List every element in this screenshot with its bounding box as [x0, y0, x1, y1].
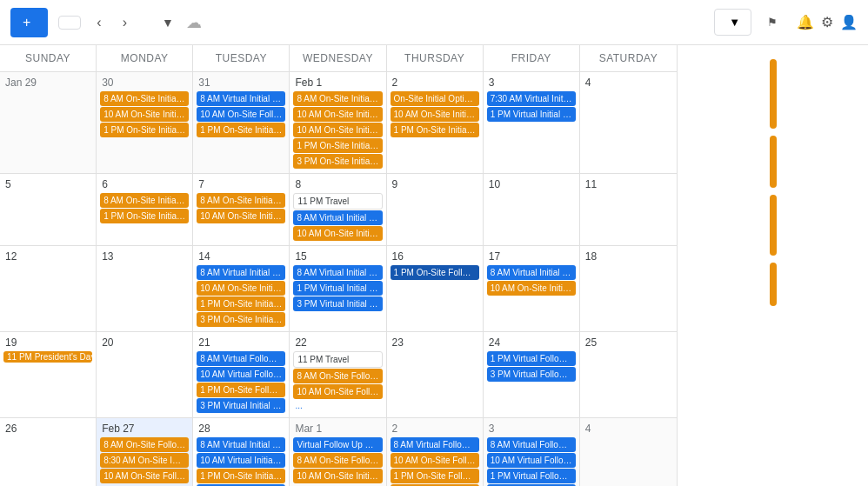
calendar-event[interactable]: 10 AM On-Site Initial Optimi: [293, 469, 382, 483]
calendar-event[interactable]: 1 PM Virtual Follow Up Opti: [487, 351, 576, 366]
calendar-event[interactable]: 10 AM On-Site Follow Up O: [100, 469, 189, 483]
calendar-event[interactable]: 8 AM Virtual Follow Up Opti: [197, 351, 285, 366]
calendar-cell[interactable]: 161 PM On-Site Follow Up Op: [387, 246, 484, 331]
calendar-event[interactable]: 10 AM Virtual Follow Up Opt: [487, 453, 576, 468]
calendar-event[interactable]: 8 AM On-Site Initial Optimiz: [293, 91, 382, 106]
calendar-cell[interactable]: 10: [484, 174, 580, 245]
notifications-button[interactable]: 🔔: [797, 14, 814, 30]
calendar-event[interactable]: 1 PM On-Site Follow Up Opi: [197, 383, 285, 397]
calendar-event[interactable]: 8 AM Virtual Follow Up Opti: [487, 437, 576, 452]
calendar-event[interactable]: 1 PM On-Site Initial Optimiz: [197, 296, 285, 311]
calendar-event[interactable]: 3 PM Virtual Follow Up Opti: [487, 367, 576, 382]
calendar-cell[interactable]: 178 AM Virtual Initial Optimiz10 AM On-S…: [484, 246, 580, 331]
calendar-event[interactable]: 1 PM Virtual Initial Optimiz: [293, 281, 382, 296]
calendar-event[interactable]: 10 AM Virtual Follow Up Opi: [197, 367, 285, 382]
calendar-cell[interactable]: 18: [580, 246, 677, 331]
calendar-event[interactable]: 8 AM Virtual Initial Optimiz: [197, 91, 285, 106]
calendar-event[interactable]: 8 AM On-Site Initial Optimi: [100, 91, 189, 106]
calendar-event[interactable]: 1 PM On-Site Initial Optimi: [293, 138, 382, 153]
calendar-event[interactable]: 1 PM Virtual Follow Up Opti: [487, 469, 576, 483]
calendar-event[interactable]: 10 AM On-Site Follow Up Opi: [293, 384, 382, 399]
calendar-cell[interactable]: 1911 PM President's Day: [0, 332, 97, 417]
calendar-event[interactable]: 8 AM On-Site Follow Up Op: [100, 437, 189, 452]
calendar-event[interactable]: 10 AM On-Site Initial Optimi: [487, 281, 576, 296]
calendar-event[interactable]: 11 PM Travel: [293, 351, 382, 368]
calendar-cell[interactable]: 11: [580, 174, 677, 245]
month-view-button[interactable]: ▼: [714, 9, 751, 36]
calendar-cell[interactable]: 9: [387, 174, 484, 245]
calendar-event[interactable]: 3 PM Virtual Initial Optimiz: [197, 398, 285, 413]
calendar-event[interactable]: ...: [293, 400, 382, 411]
calendar-cell[interactable]: 38 AM Virtual Follow Up Opti10 AM Virtua…: [484, 418, 580, 486]
calendar-cell[interactable]: Jan 29: [0, 72, 97, 173]
profile-button[interactable]: 👤: [840, 14, 858, 30]
calendar-event[interactable]: 1 PM On-Site Initial Optimi: [197, 469, 285, 483]
calendar-event[interactable]: 10 AM On-Site Initial Optimi: [197, 281, 285, 296]
calendar-cell[interactable]: Feb 18 AM On-Site Initial Optimiz10 AM O…: [290, 72, 386, 173]
calendar-cell[interactable]: 12: [0, 246, 97, 331]
calendar-cell[interactable]: 20: [97, 332, 193, 417]
calendar-cell[interactable]: 318 AM Virtual Initial Optimiz10 AM On-S…: [193, 72, 290, 173]
calendar-cell[interactable]: 811 PM Travel8 AM Virtual Initial Optimi…: [290, 174, 386, 245]
calendar-cell[interactable]: 78 AM On-Site Initial Optimi10 AM On-Sit…: [193, 174, 290, 245]
calendar-event[interactable]: 3 PM On-Site Initial Optimi: [293, 154, 382, 169]
next-month-button[interactable]: ›: [117, 11, 132, 34]
calendar-event[interactable]: 7:30 AM Virtual Initial Optimi: [487, 91, 576, 106]
calendar-cell[interactable]: 25: [580, 332, 677, 417]
calendar-event[interactable]: 10 AM On-Site Initial Optimi: [293, 107, 382, 122]
calendar-event[interactable]: 8 AM Virtual Initial Optimiz: [293, 265, 382, 280]
calendar-event[interactable]: 10 AM On-Site Initial Optimi: [197, 209, 285, 223]
calendar-cell[interactable]: 4: [580, 418, 677, 486]
calendar-cell[interactable]: 241 PM Virtual Follow Up Opti3 PM Virtua…: [484, 332, 580, 417]
prev-month-button[interactable]: ‹: [91, 11, 106, 34]
action-items-button[interactable]: ⚑: [760, 12, 788, 32]
calendar-cell[interactable]: 28 AM Virtual Follow Up Opti10 AM On-Sit…: [387, 418, 484, 486]
calendar-event[interactable]: 11 PM President's Day: [3, 351, 92, 363]
calendar-event[interactable]: 8 AM Virtual Initial Optimiz: [487, 265, 576, 280]
calendar-event[interactable]: 10 AM On-Site Initial Optimi: [391, 107, 479, 122]
calendar-cell[interactable]: 68 AM On-Site Initial Optimi1 PM On-Site…: [97, 174, 193, 245]
today-button[interactable]: [58, 16, 81, 30]
calendar-cell[interactable]: 2211 PM Travel8 AM On-Site Follow Up Opi…: [290, 332, 386, 417]
calendar-event[interactable]: 3 PM On-Site Initial Optimi: [197, 312, 285, 327]
print-button[interactable]: [676, 19, 686, 26]
calendar-event[interactable]: 8 AM On-Site Initial Optimi: [100, 193, 189, 208]
calendar-event[interactable]: 1 PM On-Site Initial Optimiz: [197, 123, 285, 137]
calendar-cell[interactable]: 23: [387, 332, 484, 417]
calendar-event[interactable]: 3 PM Virtual Initial Optimiz: [293, 296, 382, 311]
calendar-event[interactable]: 1 PM On-Site Initial Optimiz: [100, 123, 189, 137]
new-booking-button[interactable]: +: [10, 8, 48, 37]
calendar-cell[interactable]: 148 AM Virtual Initial Optimiz10 AM On-S…: [193, 246, 290, 331]
calendar-cell[interactable]: Feb 278 AM On-Site Follow Up Op8:30 AM O…: [97, 418, 193, 486]
calendar-event[interactable]: 1 PM On-Site Follow Up Op: [391, 265, 479, 280]
calendar-cell[interactable]: 5: [0, 174, 97, 245]
calendar-event[interactable]: Virtual Follow Up Optimizati: [293, 437, 382, 452]
calendar-cell[interactable]: 37:30 AM Virtual Initial Optimi1 PM Virt…: [484, 72, 580, 173]
calendar-event[interactable]: 10 AM On-Site Follow Up C: [391, 453, 479, 468]
calendar-event[interactable]: 8 AM On-Site Follow Up Opi: [293, 369, 382, 383]
calendar-event[interactable]: 10 AM On-Site Initial Optimi: [293, 123, 382, 137]
add-time-off-button[interactable]: [657, 19, 667, 26]
calendar-event[interactable]: 1 PM On-Site Follow Up Opi: [391, 469, 479, 483]
calendar-event[interactable]: 10 AM Virtual Initial Optimiz: [197, 453, 285, 468]
calendar-event[interactable]: 8 AM Virtual Follow Up Opti: [391, 437, 479, 452]
calendar-event[interactable]: 11 PM Travel: [293, 193, 382, 210]
calendar-event[interactable]: 8 AM Virtual Initial Optimiz: [197, 265, 285, 280]
calendar-event[interactable]: 8 AM On-Site Initial Optimi: [197, 193, 285, 208]
export-button[interactable]: [695, 19, 705, 26]
calendar-event[interactable]: 8 AM On-Site Follow Up Opi: [293, 453, 382, 468]
calendar-event[interactable]: 10 AM On-Site Initial Optimi: [100, 107, 189, 122]
calendar-event[interactable]: 1 PM Virtual Initial Optimiz: [487, 107, 576, 122]
calendar-event[interactable]: 1 PM On-Site Initial Optimi: [391, 123, 479, 137]
calendar-event[interactable]: 8 AM Virtual Initial Optimiz: [293, 210, 382, 225]
calendar-cell[interactable]: 26: [0, 418, 97, 486]
calendar-event[interactable]: 8:30 AM On-Site Initial Opti: [100, 453, 189, 468]
settings-button[interactable]: ⚙: [821, 14, 833, 30]
calendar-event[interactable]: 10 AM On-Site Follow Up O: [197, 107, 285, 122]
calendar-cell[interactable]: 13: [97, 246, 193, 331]
calendar-event[interactable]: 10 AM On-Site Initial Optimi: [293, 226, 382, 241]
calendar-event[interactable]: 1 PM On-Site Initial Optimi: [100, 209, 189, 223]
calendar-event[interactable]: 8 AM Virtual Initial Optimiz: [197, 437, 285, 452]
calendar-cell[interactable]: 218 AM Virtual Follow Up Opti10 AM Virtu…: [193, 332, 290, 417]
calendar-event[interactable]: On-Site Initial Optimization: [391, 91, 479, 106]
